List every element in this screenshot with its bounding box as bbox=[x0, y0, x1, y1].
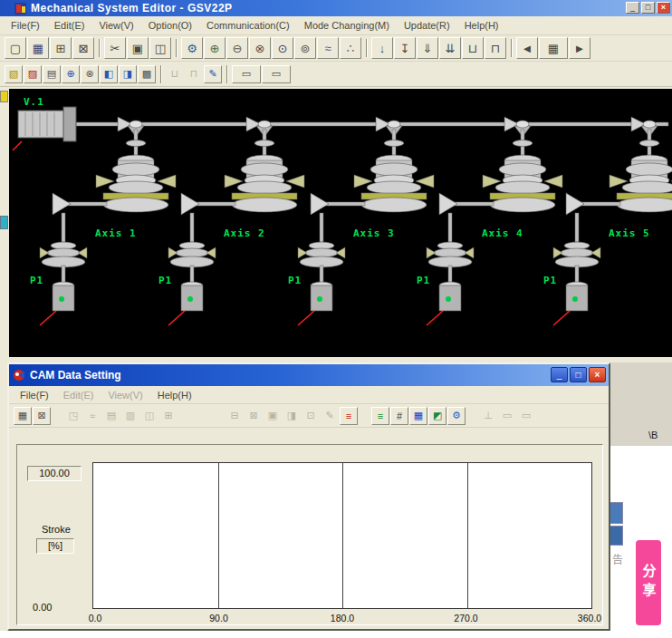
menu-view[interactable]: View(V) bbox=[91, 18, 140, 33]
toolbar-button-icon: ≡ bbox=[378, 411, 383, 421]
minimize-button[interactable]: _ bbox=[626, 2, 639, 14]
cam-import-button[interactable]: ⊠ bbox=[245, 407, 263, 425]
mech-gear-button[interactable]: ⊕ bbox=[204, 37, 226, 59]
option-1-button[interactable]: ⊔ bbox=[166, 65, 184, 83]
cam-stroke-list-button[interactable]: ≡ bbox=[371, 407, 389, 425]
toolbar-button-icon: ⊖ bbox=[233, 42, 243, 55]
toolbar-separator bbox=[226, 65, 228, 83]
cut-button[interactable]: ✂ bbox=[104, 37, 126, 59]
download-1-button[interactable]: ↓ bbox=[371, 37, 393, 59]
cam-points-button[interactable]: # bbox=[390, 407, 408, 425]
mech-clutch-button[interactable]: ⊗ bbox=[249, 37, 271, 59]
cam-menu-file[interactable]: File(F) bbox=[13, 388, 56, 402]
brush-button[interactable]: ▨ bbox=[24, 65, 42, 83]
mechanical-diagram-canvas[interactable]: V.1 Axis 1 Axis 2 Axis 3 Axis 4 Axis 5 P… bbox=[9, 89, 672, 357]
sheet-button[interactable]: ▦ bbox=[539, 37, 568, 59]
doc-button[interactable]: ▤ bbox=[43, 65, 61, 83]
new-button[interactable]: ▢ bbox=[5, 37, 26, 59]
download-3-button[interactable]: ⇓ bbox=[417, 37, 438, 59]
cam-export-button[interactable]: ⊟ bbox=[226, 407, 244, 425]
cam-curve-button[interactable]: ≈ bbox=[83, 407, 101, 425]
toolbar-button-icon: ↧ bbox=[400, 42, 410, 55]
menu-help[interactable]: Help(H) bbox=[457, 18, 506, 33]
toolbar-button-icon: ▦ bbox=[414, 410, 423, 421]
cam-menu-help[interactable]: Help(H) bbox=[150, 388, 199, 402]
cam-minimize-button[interactable]: _ bbox=[551, 367, 568, 382]
palette-button[interactable]: ▧ bbox=[5, 65, 23, 83]
toolbar-button-icon: ⇓ bbox=[423, 42, 433, 55]
mech-motor-button[interactable]: ⚙ bbox=[181, 37, 203, 59]
cascade-button[interactable]: ▩ bbox=[138, 65, 156, 83]
cam-undo-button[interactable]: ◳ bbox=[64, 407, 82, 425]
gridline-90 bbox=[218, 463, 219, 608]
cam-grid-button[interactable]: ▥ bbox=[121, 407, 139, 425]
cam-area-button[interactable]: ◩ bbox=[428, 407, 446, 425]
cam-mirror-button[interactable]: ◨ bbox=[283, 407, 301, 425]
close-button[interactable]: × bbox=[657, 2, 670, 14]
menu-communication[interactable]: Communication(C) bbox=[199, 18, 297, 33]
main-shaft bbox=[69, 122, 668, 126]
zoom-button[interactable]: ⊕ bbox=[62, 65, 80, 83]
cam-tool3-button[interactable]: ▭ bbox=[517, 407, 535, 425]
pencil-button[interactable]: ✎ bbox=[204, 65, 222, 83]
toolbar-separator bbox=[366, 39, 368, 57]
mech-cam-button[interactable]: ⊙ bbox=[272, 37, 293, 59]
cam-shift-button[interactable]: ⊡ bbox=[302, 407, 320, 425]
menu-option[interactable]: Option(O) bbox=[141, 18, 199, 33]
option-2-button[interactable]: ⊓ bbox=[185, 65, 203, 83]
cam-save-button[interactable]: ▦ bbox=[14, 407, 32, 425]
toolbar-button-icon: ▭ bbox=[272, 68, 281, 80]
cam-tool1-button[interactable]: ⊥ bbox=[479, 407, 497, 425]
cam-edit-point-button[interactable]: ▣ bbox=[264, 407, 282, 425]
cam-menu-view[interactable]: View(V) bbox=[101, 388, 149, 402]
link-button[interactable]: ⊗ bbox=[81, 65, 99, 83]
cam-menu-edit[interactable]: Edit(E) bbox=[56, 388, 101, 402]
cam-tool2-button[interactable]: ▭ bbox=[498, 407, 516, 425]
monitor-a-button[interactable]: ▭ bbox=[232, 65, 261, 83]
cam-settings-button[interactable]: ⚙ bbox=[447, 407, 466, 425]
toolbar-button-icon: ⊔ bbox=[468, 42, 477, 55]
monitor-b-button[interactable]: ▭ bbox=[262, 65, 291, 83]
y-axis-title: Stroke bbox=[42, 524, 71, 535]
print-button[interactable]: ⊠ bbox=[72, 37, 94, 59]
download-4-button[interactable]: ⇊ bbox=[439, 37, 461, 59]
prev-page-button[interactable]: ◄ bbox=[516, 37, 538, 59]
toolbar-button-icon: ≈ bbox=[90, 411, 95, 421]
mech-shaft-button[interactable]: ⊖ bbox=[226, 37, 248, 59]
share-button[interactable]: 分享 bbox=[636, 540, 661, 625]
cam-copy-button[interactable]: ◫ bbox=[140, 407, 158, 425]
background-path-fragment: \B bbox=[648, 430, 658, 440]
export-button[interactable]: ⊞ bbox=[50, 37, 72, 59]
menu-update[interactable]: Update(R) bbox=[397, 18, 457, 33]
bracket-2-button[interactable]: ⊓ bbox=[485, 37, 506, 59]
paste-button[interactable]: ◫ bbox=[149, 37, 171, 59]
cam-table2-button[interactable]: ▦ bbox=[409, 407, 427, 425]
menu-mode-changing[interactable]: Mode Changing(M) bbox=[297, 18, 397, 33]
cam-table-button[interactable]: ▤ bbox=[102, 407, 120, 425]
cam-close-button[interactable]: × bbox=[589, 367, 606, 382]
maximize-button[interactable]: □ bbox=[641, 2, 655, 14]
background-gray-area bbox=[610, 362, 672, 446]
window-view-button[interactable]: ◨ bbox=[119, 65, 137, 83]
cam-stroke-plot[interactable] bbox=[92, 462, 592, 609]
pattern-button[interactable]: ∴ bbox=[340, 37, 361, 59]
menu-edit[interactable]: Edit(E) bbox=[47, 18, 92, 33]
cam-print-button[interactable]: ⊠ bbox=[33, 407, 51, 425]
cam-maximize-button[interactable]: □ bbox=[570, 367, 587, 382]
next-page-button[interactable]: ► bbox=[569, 37, 590, 59]
main-toolbar-row1: ▢▦⊞⊠✂▣◫⚙⊕⊖⊗⊙⊚≈∴↓↧⇓⇊⊔⊓◄▦► bbox=[0, 35, 672, 62]
toolbar-button-icon: ⊡ bbox=[306, 410, 314, 421]
split-view-button[interactable]: ◧ bbox=[100, 65, 118, 83]
mech-output-button[interactable]: ⊚ bbox=[294, 37, 316, 59]
wave-button[interactable]: ≈ bbox=[317, 37, 339, 59]
copy-button[interactable]: ▣ bbox=[127, 37, 149, 59]
menu-file[interactable]: File(F) bbox=[4, 18, 47, 33]
bracket-1-button[interactable]: ⊔ bbox=[462, 37, 484, 59]
toolbar-button-icon: ✎ bbox=[208, 68, 216, 80]
cam-data-list-button[interactable]: ≡ bbox=[340, 407, 358, 425]
toolbar-button-icon: ✂ bbox=[110, 42, 120, 55]
cam-draw-button[interactable]: ✎ bbox=[321, 407, 339, 425]
cam-add-button[interactable]: ⊞ bbox=[159, 407, 178, 425]
download-2-button[interactable]: ↧ bbox=[394, 37, 416, 59]
save-button[interactable]: ▦ bbox=[27, 37, 49, 59]
